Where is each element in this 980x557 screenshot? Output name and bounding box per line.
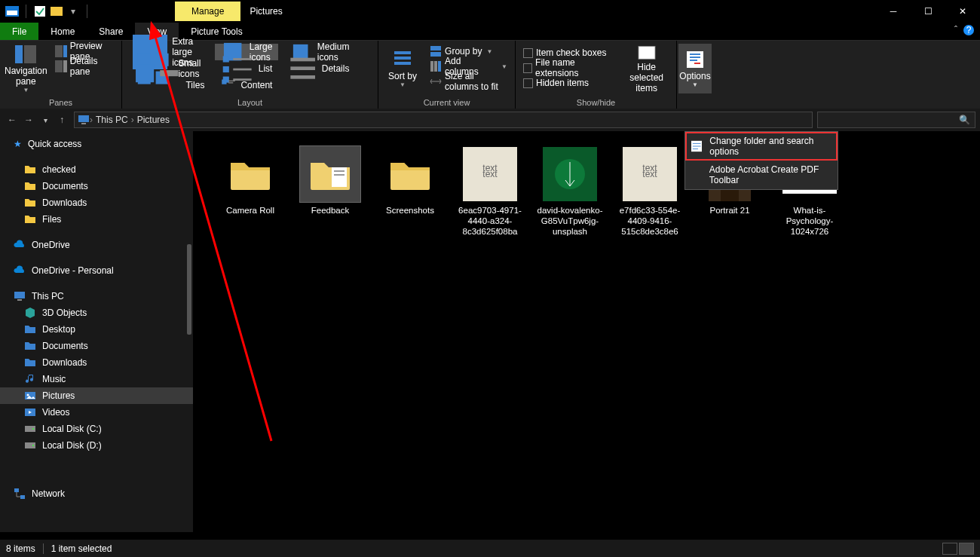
current-view-group-label: Current view <box>378 98 515 109</box>
breadcrumb-this-pc[interactable]: This PC <box>93 115 131 125</box>
chevron-down-icon: ▼ <box>400 81 406 88</box>
sidebar-onedrive-personal[interactable]: OneDrive - Personal <box>0 262 193 279</box>
collapse-ribbon-icon[interactable]: ˆ <box>954 25 957 35</box>
search-input[interactable]: 🔍 <box>817 112 975 128</box>
minimize-button[interactable]: ─ <box>876 0 911 23</box>
cube-icon <box>24 307 36 319</box>
maximize-button[interactable]: ☐ <box>911 0 945 23</box>
hidden-items-toggle[interactable]: Hidden items <box>520 75 617 90</box>
svg-rect-3 <box>51 7 63 16</box>
svg-rect-59 <box>334 170 345 172</box>
svg-point-50 <box>27 394 29 396</box>
layout-content[interactable]: Content <box>215 77 278 93</box>
sidebar-this-pc[interactable]: This PC <box>0 288 193 305</box>
status-item-count: 8 items <box>6 543 35 554</box>
acrobat-toolbar[interactable]: Adobe Acrobat Create PDF Toolbar <box>685 161 838 189</box>
file-item[interactable]: Camera Roll <box>216 146 285 237</box>
folder-icon <box>24 213 36 225</box>
svg-rect-58 <box>332 167 347 187</box>
svg-rect-30 <box>291 58 316 62</box>
layout-group-label: Layout <box>122 98 378 109</box>
sidebar-item[interactable]: checked <box>0 161 193 178</box>
sidebar-item[interactable]: Pictures <box>0 387 193 404</box>
svg-rect-22 <box>223 66 229 72</box>
sidebar-item[interactable]: Local Disk (C:) <box>0 421 193 437</box>
chevron-down-icon: ▼ <box>692 81 698 88</box>
tab-share[interactable]: Share <box>87 23 135 40</box>
svg-rect-26 <box>222 80 227 84</box>
forward-button[interactable]: → <box>21 112 36 127</box>
file-item[interactable]: Feedback <box>296 146 365 237</box>
qat-checkbox-icon[interactable] <box>32 4 47 19</box>
svg-rect-9 <box>63 45 67 57</box>
svg-rect-21 <box>234 58 252 60</box>
size-all-columns-button[interactable]: Size all columns to fit <box>427 74 510 89</box>
help-icon[interactable]: ? <box>963 25 974 35</box>
layout-list[interactable]: List <box>215 60 278 77</box>
svg-rect-1 <box>7 11 17 15</box>
file-item[interactable]: david-kovalenko-G85VuTpw6jg-unsplash <box>535 146 605 237</box>
sort-by-button[interactable]: Sort by ▼ <box>383 44 422 93</box>
sidebar-item[interactable]: Desktop <box>0 321 193 338</box>
folder-icon <box>24 197 36 209</box>
breadcrumb-pictures[interactable]: Pictures <box>134 115 173 125</box>
navigation-pane-button[interactable]: Navigation pane ▼ <box>5 44 47 93</box>
svg-rect-7 <box>24 45 36 63</box>
manage-tab[interactable]: Manage <box>175 2 240 21</box>
close-button[interactable]: ✕ <box>945 0 980 23</box>
folder-icon <box>24 340 36 352</box>
file-item[interactable]: texttext6eac9703-4971-4440-a324-8c3d625f… <box>455 146 525 237</box>
layout-tiles[interactable]: Tiles <box>127 77 210 93</box>
sidebar-item[interactable]: Local Disk (D:) <box>0 437 193 454</box>
file-extensions-toggle[interactable]: File name extensions <box>520 60 617 75</box>
breadcrumb[interactable]: › This PC › Pictures <box>74 112 813 128</box>
tab-file[interactable]: File <box>0 23 38 40</box>
options-button[interactable]: Options ▼ <box>678 44 712 93</box>
sidebar-item[interactable]: Documents <box>0 338 193 354</box>
folder-icon <box>24 357 36 369</box>
layout-details[interactable]: Details <box>283 60 355 77</box>
recent-dropdown[interactable]: ▾ <box>38 112 53 127</box>
file-item[interactable]: Screenshots <box>375 146 445 237</box>
star-icon: ★ <box>14 139 22 149</box>
svg-rect-46 <box>81 123 86 124</box>
svg-rect-38 <box>430 61 433 72</box>
music-icon <box>24 373 36 385</box>
details-pane-button[interactable]: Details pane <box>52 59 117 74</box>
cloud-icon <box>14 239 26 251</box>
tab-home[interactable]: Home <box>38 23 87 40</box>
back-button[interactable]: ← <box>5 112 20 127</box>
svg-rect-28 <box>228 82 233 83</box>
sidebar-quick-access[interactable]: ★ Quick access <box>0 136 193 152</box>
view-large-button[interactable] <box>959 543 974 555</box>
view-details-button[interactable] <box>942 543 957 555</box>
svg-rect-17 <box>136 64 154 82</box>
sidebar-item[interactable]: 3D Objects <box>0 305 193 321</box>
svg-rect-10 <box>55 60 63 72</box>
sidebar-item[interactable]: Music <box>0 371 193 387</box>
sidebar-item[interactable]: Downloads <box>0 194 193 211</box>
sidebar-item[interactable]: Videos <box>0 404 193 421</box>
svg-rect-48 <box>17 299 22 301</box>
pc-icon <box>14 290 26 302</box>
content-area[interactable]: Camera RollFeedbackScreenshotstexttext6e… <box>193 131 980 532</box>
cloud-icon <box>14 265 26 277</box>
network-icon <box>14 488 26 500</box>
sidebar-item[interactable]: Documents <box>0 178 193 194</box>
hide-selected-button[interactable]: Hide selected items <box>621 44 672 93</box>
qat-folder-icon[interactable] <box>49 4 64 19</box>
explorer-icon <box>5 4 20 19</box>
folder-icon <box>24 323 36 335</box>
sidebar-item[interactable]: Downloads <box>0 354 193 371</box>
details-pane-label: Details pane <box>70 56 114 77</box>
file-item[interactable]: texttexte7fd6c33-554e-4409-9416-515c8de3… <box>615 146 684 237</box>
sidebar-onedrive[interactable]: OneDrive <box>0 237 193 253</box>
svg-text:?: ? <box>966 25 972 35</box>
svg-rect-39 <box>434 61 437 72</box>
qat-overflow-icon[interactable]: ▾ <box>66 4 81 19</box>
svg-point-53 <box>32 428 34 430</box>
change-folder-options[interactable]: Change folder and search options <box>685 132 838 161</box>
sidebar-network[interactable]: Network <box>0 485 193 502</box>
up-button[interactable]: ↑ <box>54 112 69 127</box>
sidebar-item[interactable]: Files <box>0 211 193 228</box>
